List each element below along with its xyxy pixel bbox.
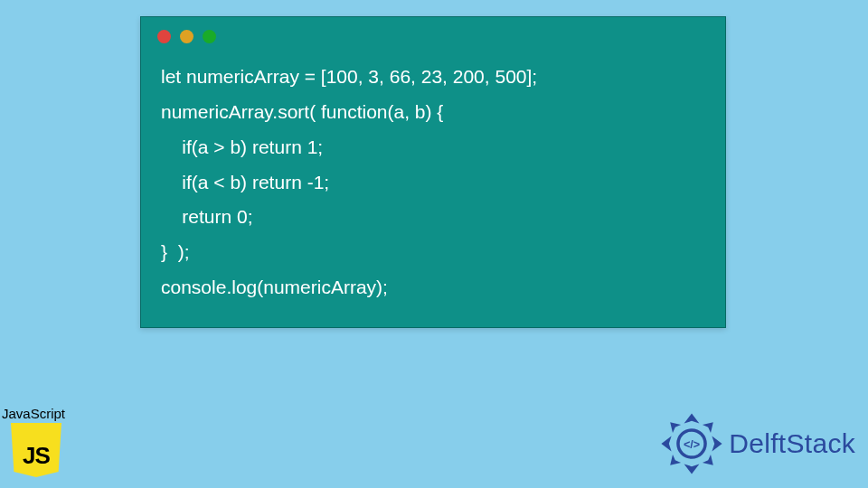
svg-marker-4 <box>703 422 713 433</box>
maximize-icon <box>203 30 216 43</box>
code-line: if(a < b) return -1; <box>161 172 329 192</box>
code-line: console.log(numericArray); <box>161 277 388 297</box>
close-icon <box>157 30 171 43</box>
svg-marker-6 <box>670 455 681 465</box>
delftstack-text: DelftStack <box>729 428 855 459</box>
code-line: } ); <box>161 241 190 262</box>
javascript-logo-text: JS <box>11 442 61 470</box>
svg-marker-0 <box>684 413 700 423</box>
code-line: let numericArray = [100, 3, 66, 23, 200,… <box>161 66 537 87</box>
svg-marker-7 <box>670 422 681 433</box>
svg-marker-1 <box>712 436 722 452</box>
svg-marker-5 <box>703 455 713 465</box>
code-window: let numericArray = [100, 3, 66, 23, 200,… <box>140 16 726 328</box>
svg-marker-2 <box>684 464 700 474</box>
javascript-badge: JavaScript JS <box>2 406 65 477</box>
window-titlebar <box>141 17 725 51</box>
delftstack-logo-icon: </> <box>660 412 723 475</box>
code-body: let numericArray = [100, 3, 66, 23, 200,… <box>141 51 725 311</box>
javascript-label: JavaScript <box>2 406 65 421</box>
svg-text:</>: </> <box>684 438 700 451</box>
code-line: if(a > b) return 1; <box>161 136 323 157</box>
svg-marker-3 <box>662 436 672 452</box>
code-line: return 0; <box>161 206 253 227</box>
minimize-icon <box>180 30 193 43</box>
code-line: numericArray.sort( function(a, b) { <box>161 101 443 122</box>
javascript-logo-icon: JS <box>11 423 61 477</box>
delftstack-badge: </> DelftStack <box>660 412 855 475</box>
